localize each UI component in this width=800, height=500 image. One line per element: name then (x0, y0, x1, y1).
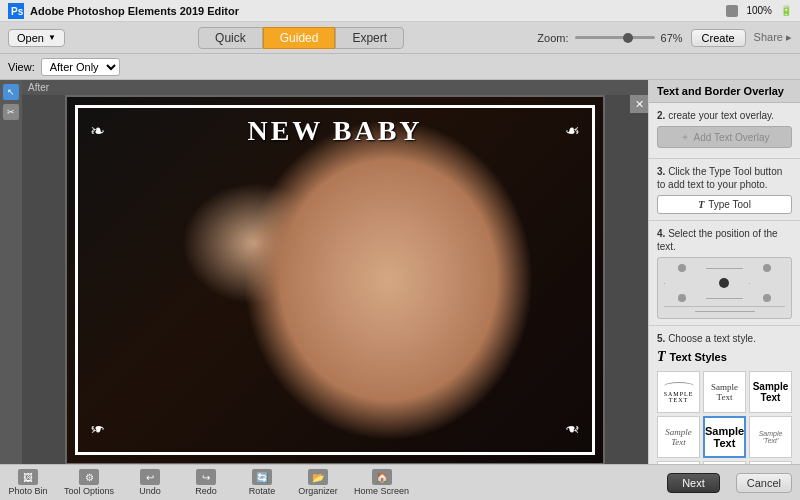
tab-quick[interactable]: Quick (198, 27, 263, 49)
pos-hline-bottom (706, 298, 742, 299)
photo-bin-icon: 🖼 (18, 469, 38, 485)
main-toolbar: Open ▼ Quick Guided Expert Zoom: 67% Cre… (0, 22, 800, 54)
menu-bar: Ps Adobe Photoshop Elements 2019 Editor … (0, 0, 800, 22)
organizer-icon: 📂 (308, 469, 328, 485)
text-styles-text: Text Styles (670, 351, 727, 363)
canvas-label: After (22, 80, 648, 95)
pos-bottom-right[interactable] (763, 294, 771, 302)
zoom-control: Zoom: 67% (537, 32, 682, 44)
pos-top-right[interactable] (763, 264, 771, 272)
baby-photo (67, 97, 603, 463)
tool-options-icon: ⚙ (79, 469, 99, 485)
plus-icon: ＋ (680, 130, 690, 144)
type-tool-label: Type Tool (708, 199, 751, 210)
text-styles-label: T Text Styles (657, 349, 792, 365)
add-overlay-label: Add Text Overlay (694, 132, 770, 143)
undo-icon: ↩ (140, 469, 160, 485)
photo-canvas: ✕ ❧ ❧ ❧ ❧ NEW BABY (22, 95, 648, 464)
next-button[interactable]: Next (667, 473, 720, 493)
pos-center[interactable] (719, 278, 729, 288)
step-3-section: 3. Click the Type Tool button to add tex… (649, 159, 800, 221)
undo-tool[interactable]: ↩ Undo (130, 469, 170, 496)
pos-hline-top (706, 268, 742, 269)
pos-bottom-left[interactable] (678, 294, 686, 302)
selection-tool[interactable]: ↖ (3, 84, 19, 100)
redo-label: Redo (195, 486, 217, 496)
open-button[interactable]: Open ▼ (8, 29, 65, 47)
style-bold[interactable]: SampleText (749, 371, 792, 413)
panel-title: Text and Border Overlay (649, 80, 800, 103)
zoom-label: Zoom: (537, 32, 568, 44)
style-script2[interactable]: SampleText (703, 461, 746, 464)
style-light[interactable]: SampleText (749, 461, 792, 464)
svg-text:Ps: Ps (11, 6, 24, 17)
rotate-icon: 🔄 (252, 469, 272, 485)
canvas-area: After ✕ ❧ ❧ ❧ ❧ NEW BABY (22, 80, 648, 464)
battery-label: 100% (746, 5, 772, 16)
style-serif-caps[interactable]: SampleTEXT (657, 461, 700, 464)
step-2-section: 2. create your text overlay. ＋ Add Text … (649, 103, 800, 159)
view-label: View: (8, 61, 35, 73)
text-styles-icon: T (657, 349, 666, 365)
menu-items: Adobe Photoshop Elements 2019 Editor (30, 5, 726, 17)
step-4-section: 4. Select the position of the text. (649, 221, 800, 326)
tab-guided[interactable]: Guided (263, 27, 336, 49)
pos-top-left[interactable] (678, 264, 686, 272)
style-plain[interactable]: SampleText (703, 371, 746, 413)
organizer-label: Organizer (298, 486, 338, 496)
chevron-down-icon: ▼ (48, 33, 56, 42)
rotate-label: Rotate (249, 486, 276, 496)
photo-title-text: NEW BABY (247, 115, 422, 147)
home-screen-label: Home Screen (354, 486, 409, 496)
main-content: ↖ ✂ After ✕ ❧ ❧ ❧ ❧ NEW BABY (0, 80, 800, 464)
step-3-text: 3. Click the Type Tool button to add tex… (657, 165, 792, 191)
type-icon: T (698, 199, 704, 210)
photo-bin-tool[interactable]: 🖼 Photo Bin (8, 469, 48, 496)
step-5-section: 5. Choose a text style. T Text Styles SA… (649, 326, 800, 464)
time-label: 🔋 (780, 5, 792, 16)
organizer-tool[interactable]: 📂 Organizer (298, 469, 338, 496)
view-select[interactable]: After Only (41, 58, 120, 76)
crop-tool[interactable]: ✂ (3, 104, 19, 120)
home-icon: 🏠 (372, 469, 392, 485)
zoom-slider[interactable] (575, 36, 655, 39)
redo-tool[interactable]: ↪ Redo (186, 469, 226, 496)
pos-vline-left (664, 283, 665, 284)
style-tiny-italic[interactable]: Sample'Text' (749, 416, 792, 458)
view-bar: View: After Only (0, 54, 800, 80)
wifi-icon (726, 5, 738, 17)
cancel-button[interactable]: Cancel (736, 473, 792, 493)
step-5-text: 5. Choose a text style. (657, 332, 792, 345)
zoom-thumb (623, 33, 633, 43)
undo-label: Undo (139, 486, 161, 496)
app-logo: Ps (8, 3, 24, 19)
text-styles-grid: SAMPLE TEXT SampleText SampleText (657, 371, 792, 464)
photo-container: ❧ ❧ ❧ ❧ NEW BABY (65, 95, 605, 464)
style-bold-selected[interactable]: SampleText (703, 416, 746, 458)
pos-vline-right (749, 283, 750, 284)
style-script[interactable]: SampleText (657, 416, 700, 458)
create-button[interactable]: Create (691, 29, 746, 47)
bottom-bar: 🖼 Photo Bin ⚙ Tool Options ↩ Undo ↪ Redo… (0, 464, 800, 500)
app-name: Adobe Photoshop Elements 2019 Editor (30, 5, 239, 17)
right-panel: Text and Border Overlay 2. create your t… (648, 80, 800, 464)
add-text-overlay-button[interactable]: ＋ Add Text Overlay (657, 126, 792, 148)
photo-bin-label: Photo Bin (8, 486, 47, 496)
step-2-text: 2. create your text overlay. (657, 109, 792, 122)
menu-right: 100% 🔋 (726, 5, 792, 17)
close-canvas-button[interactable]: ✕ (630, 95, 648, 113)
left-tools-panel: ↖ ✂ (0, 80, 22, 464)
open-label: Open (17, 32, 44, 44)
tool-options-label: Tool Options (64, 486, 114, 496)
tool-options-tool[interactable]: ⚙ Tool Options (64, 469, 114, 496)
step-4-text: 4. Select the position of the text. (657, 227, 792, 253)
share-button[interactable]: Share ▸ (754, 31, 792, 44)
mode-tabs: Quick Guided Expert (73, 27, 529, 49)
redo-icon: ↪ (196, 469, 216, 485)
tab-expert[interactable]: Expert (335, 27, 404, 49)
zoom-value: 67% (661, 32, 683, 44)
home-screen-tool[interactable]: 🏠 Home Screen (354, 469, 409, 496)
type-tool-button[interactable]: T Type Tool (657, 195, 792, 214)
rotate-tool[interactable]: 🔄 Rotate (242, 469, 282, 496)
style-arc[interactable]: SAMPLE TEXT (657, 371, 700, 413)
